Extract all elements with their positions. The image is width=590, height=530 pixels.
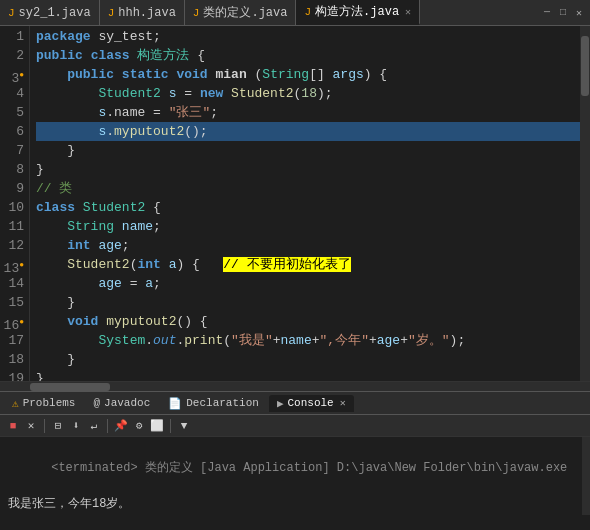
java-icon: J [108, 7, 115, 19]
line-number: 11 [0, 217, 24, 236]
javadoc-icon: @ [93, 397, 100, 409]
code-line-3: public static void mian (String[] args) … [36, 65, 580, 84]
toolbar-separator-2 [107, 419, 108, 433]
toolbar-separator [44, 419, 45, 433]
line-number: 16● [0, 312, 24, 331]
toolbar-separator-3 [170, 419, 171, 433]
line-number: 9 [0, 179, 24, 198]
code-line-5: s.name = "张三"; [36, 103, 580, 122]
code-line-10: class Student2 { [36, 198, 580, 217]
line-number: 15 [0, 293, 24, 312]
line-number: 13● [0, 255, 24, 274]
tab-declaration[interactable]: 📄 Declaration [160, 395, 267, 412]
console-toolbar: ■ ✕ ⊟ ⬇ ↵ 📌 ⚙ ⬜ ▼ [0, 415, 590, 437]
java-icon: J [193, 7, 200, 19]
terminated-label: <terminated> 类的定义 [Java Application] D:\… [51, 461, 590, 475]
console-terminated-line: <terminated> 类的定义 [Java Application] D:\… [8, 441, 582, 495]
tab-console[interactable]: ▶ Console ✕ [269, 395, 354, 412]
tab-javadoc[interactable]: @ Javadoc [85, 395, 158, 411]
code-line-8: } [36, 160, 580, 179]
javadoc-label: Javadoc [104, 397, 150, 409]
tab-close-button[interactable]: ✕ [405, 6, 411, 18]
java-icon: J [8, 7, 15, 19]
code-line-7: } [36, 141, 580, 160]
declaration-label: Declaration [186, 397, 259, 409]
line-number: 8 [0, 160, 24, 179]
code-line-16: void myputout2() { [36, 312, 580, 331]
line-number: 18 [0, 350, 24, 369]
code-content[interactable]: package sy_test; public class 构造方法 { pub… [30, 26, 580, 381]
tab-label: 类的定义.java [203, 4, 287, 21]
tab-class-def[interactable]: J 类的定义.java [185, 0, 297, 25]
clear-button[interactable]: ⊟ [51, 419, 65, 433]
remove-button[interactable]: ✕ [24, 419, 38, 433]
code-line-1: package sy_test; [36, 27, 580, 46]
console-output-line: 我是张三，今年18岁。 [8, 495, 582, 513]
line-number: 12 [0, 236, 24, 255]
h-scrollbar-thumb[interactable] [30, 383, 110, 391]
tab-constructor[interactable]: J 构造方法.java ✕ [296, 0, 420, 25]
code-line-12: int age; [36, 236, 580, 255]
line-numbers: 1 2 3● 4 5 6 7 8 9 10 11 12 13● 14 15 16… [0, 26, 30, 381]
code-line-18: } [36, 350, 580, 369]
console-icon: ▶ [277, 397, 284, 410]
code-line-2: public class 构造方法 { [36, 46, 580, 65]
console-output: <terminated> 类的定义 [Java Application] D:\… [0, 437, 590, 515]
code-line-19: } [36, 369, 580, 381]
line-number: 3● [0, 65, 24, 84]
editor-window: J sy2_1.java J hhh.java J 类的定义.java J 构造… [0, 0, 590, 515]
code-line-15: } [36, 293, 580, 312]
code-line-6: s.myputout2(); [36, 122, 580, 141]
open-console-button[interactable]: ⬜ [150, 419, 164, 433]
code-line-17: System.out.print("我是"+name+",今年"+age+"岁。… [36, 331, 580, 350]
terminate-button[interactable]: ■ [6, 419, 20, 433]
line-number: 1 [0, 27, 24, 46]
tab-hhh[interactable]: J hhh.java [100, 0, 185, 25]
line-number: 2 [0, 46, 24, 65]
word-wrap-button[interactable]: ↵ [87, 419, 101, 433]
console-scrollbar[interactable] [582, 437, 590, 515]
pin-button[interactable]: 📌 [114, 419, 128, 433]
vertical-scrollbar[interactable] [580, 26, 590, 381]
maximize-button[interactable]: □ [556, 6, 570, 20]
scrollbar-thumb[interactable] [581, 36, 589, 96]
console-label: Console [288, 397, 334, 409]
problems-icon: ⚠ [12, 397, 19, 410]
line-number: 4 [0, 84, 24, 103]
scroll-lock-button[interactable]: ⬇ [69, 419, 83, 433]
code-line-14: age = a; [36, 274, 580, 293]
line-number: 10 [0, 198, 24, 217]
problems-label: Problems [23, 397, 76, 409]
declaration-icon: 📄 [168, 397, 182, 410]
code-line-4: Student2 s = new Student2(18); [36, 84, 580, 103]
tab-label: hhh.java [118, 6, 176, 20]
line-number: 7 [0, 141, 24, 160]
close-window-button[interactable]: ✕ [572, 6, 586, 20]
console-close-icon[interactable]: ✕ [340, 397, 346, 409]
code-line-9: // 类 [36, 179, 580, 198]
tab-problems[interactable]: ⚠ Problems [4, 395, 83, 412]
line-number: 14 [0, 274, 24, 293]
tab-label: sy2_1.java [19, 6, 91, 20]
java-icon: J [304, 6, 311, 18]
line-number: 17 [0, 331, 24, 350]
more-button[interactable]: ▼ [177, 419, 191, 433]
bottom-tab-bar: ⚠ Problems @ Javadoc 📄 Declaration ▶ Con… [0, 391, 590, 415]
window-controls: ─ □ ✕ [536, 0, 590, 25]
code-line-11: String name; [36, 217, 580, 236]
line-number: 5 [0, 103, 24, 122]
code-line-13: Student2(int a) { // 不要用初始化表了 [36, 255, 580, 274]
code-editor: 1 2 3● 4 5 6 7 8 9 10 11 12 13● 14 15 16… [0, 26, 590, 381]
tab-label: 构造方法.java [315, 3, 399, 20]
line-number: 6 [0, 122, 24, 141]
settings-button[interactable]: ⚙ [132, 419, 146, 433]
tab-bar: J sy2_1.java J hhh.java J 类的定义.java J 构造… [0, 0, 590, 26]
minimize-button[interactable]: ─ [540, 6, 554, 20]
tab-sy2_1[interactable]: J sy2_1.java [0, 0, 100, 25]
horizontal-scrollbar[interactable] [0, 381, 590, 391]
